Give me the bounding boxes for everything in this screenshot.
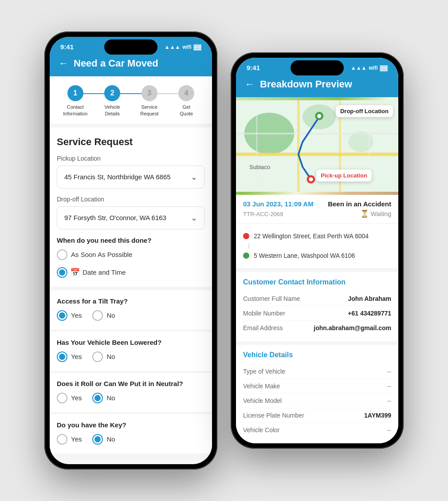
step-circle-2: 2	[104, 85, 120, 101]
key-yes-label: Yes	[71, 435, 82, 443]
ticket-id: TTR-ACC-2069	[243, 211, 283, 217]
customer-email-row: Email Address john.abraham@gmail.com	[243, 321, 391, 335]
lowered-options: Yes No	[57, 351, 205, 362]
pickup-dropdown[interactable]: 45 Francis St, Northbridge WA 6865 ⌄	[57, 166, 205, 189]
roll-yes-label: Yes	[71, 394, 82, 402]
incident-top-row: 03 Jun 2023, 11:09 AM Been in an Acciden…	[243, 200, 391, 208]
lowered-no-label: No	[106, 353, 115, 360]
map-area: Drop-off Location Pick-up Location Subia…	[236, 97, 398, 195]
dropoff-dropdown[interactable]: 97 Forsyth Str, O'connor, WA 6163 ⌄	[57, 206, 205, 229]
tilt-no-radio[interactable]	[92, 310, 103, 321]
vehicle-make-row: Vehicle Make --	[243, 379, 391, 394]
vehicle-make-val: --	[387, 383, 391, 390]
lowered-yes-radio[interactable]	[57, 351, 67, 362]
status-text: Waiting	[371, 210, 391, 217]
lowered-yes-option[interactable]: Yes	[57, 351, 82, 362]
customer-section-title: Customer Contact Information	[243, 278, 391, 286]
status-badge: ⏳ Waiting	[360, 209, 391, 218]
dropoff-map-label: Drop-off Location	[336, 105, 393, 117]
dropoff-dot-icon	[243, 252, 249, 259]
step-2[interactable]: 2 VehicleDetails	[94, 85, 131, 117]
tilt-no-label: No	[106, 312, 115, 319]
vehicle-type-key: Type of Vehicle	[243, 368, 285, 375]
pickup-dot-icon	[243, 233, 249, 239]
incident-type: Been in an Accident	[328, 200, 391, 208]
tilt-yes-radio[interactable]	[57, 310, 67, 321]
step-3[interactable]: 3 ServiceRequest	[131, 85, 168, 117]
customer-name-key: Customer Full Name	[243, 295, 300, 302]
key-no-radio[interactable]	[92, 434, 103, 445]
status-icons-1: ▲▲▲ wifi ▓▓	[165, 44, 201, 50]
pickup-chevron-icon: ⌄	[191, 172, 197, 182]
tilt-yes-option[interactable]: Yes	[57, 310, 82, 321]
timing-datetime-option[interactable]: 📅 Date and Time	[57, 267, 126, 278]
customer-mobile-row: Mobile Number +61 434289771	[243, 306, 391, 321]
timing-asap-radio[interactable]	[57, 249, 67, 260]
roll-no-radio[interactable]	[92, 393, 103, 403]
dynamic-island	[104, 39, 157, 55]
key-yes-radio[interactable]	[57, 434, 67, 445]
battery-icon-2: ▓▓	[380, 65, 388, 71]
step-4[interactable]: 4 GetQuote	[168, 85, 205, 117]
status-icons-2: ▲▲▲ wifi ▓▓	[351, 65, 388, 71]
customer-email-val: john.abraham@gmail.com	[314, 324, 391, 331]
svg-point-14	[309, 177, 313, 181]
back-button-1[interactable]: ←	[59, 58, 68, 69]
tilt-options: Yes No	[57, 310, 205, 321]
dropoff-value: 97 Forsyth Str, O'connor, WA 6163	[64, 214, 166, 221]
app-header-1: ← Need a Car Moved	[50, 54, 212, 76]
hourglass-icon: ⏳	[360, 209, 369, 218]
step-label-2: VehicleDetails	[105, 104, 120, 117]
roll-yes-option[interactable]: Yes	[57, 393, 82, 403]
pickup-address-item: 22 Wellington Street, East Perth WA 6004	[243, 230, 391, 242]
step-label-1: ContactInformation	[63, 104, 87, 117]
status-time-1: 9:41	[60, 43, 74, 51]
customer-name-val: John Abraham	[348, 295, 392, 302]
vehicle-type-val: --	[387, 368, 391, 375]
app-header-2: ← Breakdown Preview	[236, 75, 398, 97]
roll-no-option[interactable]: No	[92, 393, 115, 403]
step-1[interactable]: 1 ContactInformation	[57, 85, 94, 117]
dropoff-address: 5 Western Lane, Washpool WA 6106	[254, 252, 355, 259]
step-label-3: ServiceRequest	[140, 104, 158, 117]
back-button-2[interactable]: ←	[245, 79, 255, 90]
phone-2: 9:41 ▲▲▲ wifi ▓▓ ← Breakdown Preview	[231, 52, 404, 449]
service-request-form: Service Request Pickup Location 45 Franc…	[50, 127, 212, 287]
steps-row: 1 ContactInformation 2 VehicleDetails 3 …	[57, 85, 205, 117]
timing-question: When do you need this done?	[57, 237, 205, 244]
vehicle-plate-val: 1AYM399	[364, 412, 391, 419]
status-time-2: 9:41	[247, 64, 260, 71]
lowered-no-option[interactable]: No	[92, 351, 115, 362]
roll-yes-radio[interactable]	[57, 393, 67, 403]
key-yes-option[interactable]: Yes	[57, 434, 82, 445]
key-question: Do you have the Key?	[57, 421, 205, 429]
vehicle-section: Vehicle Details Type of Vehicle -- Vehic…	[236, 345, 398, 443]
timing-options: As Soon As Possible 📅 Date and Time	[57, 249, 205, 278]
dynamic-island-2	[291, 60, 344, 75]
timing-asap-label: As Soon As Possible	[71, 251, 132, 258]
progress-steps: 1 ContactInformation 2 VehicleDetails 3 …	[50, 76, 212, 124]
tilt-no-option[interactable]: No	[92, 310, 115, 321]
pickup-address: 22 Wellington Street, East Perth WA 6004	[254, 233, 369, 240]
roll-question: Does it Roll or Can We Put it in Neutral…	[57, 380, 205, 387]
key-no-option[interactable]: No	[92, 434, 115, 445]
roll-options: Yes No	[57, 393, 205, 403]
vehicle-type-row: Type of Vehicle --	[243, 364, 391, 379]
timing-asap-option[interactable]: As Soon As Possible	[57, 249, 132, 260]
battery-icon: ▓▓	[194, 44, 202, 50]
locations-block: 22 Wellington Street, East Perth WA 6004…	[236, 224, 398, 268]
timing-datetime-radio[interactable]	[57, 267, 67, 278]
vehicle-model-row: Vehicle Model --	[243, 394, 391, 408]
vehicle-color-key: Vehicle Color	[243, 426, 280, 434]
phone-screen-1: 9:41 ▲▲▲ wifi ▓▓ ← Need a Car Moved 1 Co…	[50, 37, 212, 464]
screen-content-1: 1 ContactInformation 2 VehicleDetails 3 …	[50, 76, 212, 464]
incident-card: 03 Jun 2023, 11:09 AM Been in an Acciden…	[236, 195, 398, 224]
lowered-question: Has Your Vehicle Been Lowered?	[57, 339, 205, 346]
signal-icon-2: ▲▲▲	[351, 65, 367, 71]
dropoff-label: Drop-off Location	[57, 196, 205, 203]
vehicle-model-val: --	[387, 397, 391, 404]
lowered-no-radio[interactable]	[92, 351, 103, 362]
page-title-1: Need a Car Moved	[74, 58, 158, 69]
tilt-yes-label: Yes	[71, 312, 82, 319]
page-title-2: Breakdown Preview	[260, 79, 352, 90]
